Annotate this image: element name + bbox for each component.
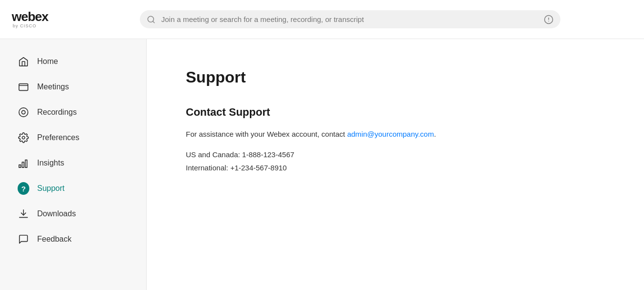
logo: webex by CISCO — [12, 10, 48, 28]
header: webex by CISCO — [0, 0, 644, 39]
app-container: Home Meetings Recordings — [0, 39, 644, 290]
search-icon — [147, 15, 155, 24]
sidebar-item-support[interactable]: ? Support — [4, 176, 142, 201]
downloads-icon — [18, 208, 29, 220]
support-icon-circle: ? — [18, 182, 29, 195]
sidebar-item-downloads[interactable]: Downloads — [4, 201, 142, 227]
sidebar-item-label: Support — [37, 184, 65, 193]
info-icon[interactable] — [544, 15, 554, 24]
contact-email-link[interactable]: admin@yourcompany.com — [347, 130, 434, 138]
phone-intl: International: +1-234-567-8910 — [186, 161, 605, 174]
sidebar-item-insights[interactable]: Insights — [4, 150, 142, 176]
page-title: Support — [186, 68, 605, 86]
search-bar — [140, 10, 560, 28]
sidebar-item-meetings[interactable]: Meetings — [4, 74, 142, 100]
sidebar-item-home[interactable]: Home — [4, 49, 142, 74]
feedback-icon — [18, 233, 29, 245]
search-input[interactable] — [140, 10, 560, 28]
sidebar-item-recordings[interactable]: Recordings — [4, 100, 142, 125]
svg-point-7 — [19, 108, 28, 117]
home-icon — [18, 56, 29, 67]
svg-rect-5 — [19, 84, 28, 91]
support-icon: ? — [18, 183, 29, 194]
phone-info: US and Canada: 1-888-123-4567 Internatio… — [186, 148, 605, 174]
meetings-icon — [18, 81, 29, 93]
sidebar-item-label: Preferences — [37, 133, 79, 142]
svg-point-8 — [22, 110, 25, 114]
sidebar-item-label: Insights — [37, 159, 64, 167]
preferences-icon — [18, 132, 29, 144]
sidebar: Home Meetings Recordings — [0, 39, 147, 290]
sidebar-item-label: Downloads — [37, 209, 76, 218]
sidebar-item-label: Meetings — [37, 83, 69, 91]
svg-line-1 — [153, 21, 154, 22]
contact-description: For assistance with your Webex account, … — [186, 128, 605, 140]
phone-us: US and Canada: 1-888-123-4567 — [186, 148, 605, 161]
sidebar-item-feedback[interactable]: Feedback — [4, 227, 142, 252]
svg-rect-12 — [25, 160, 27, 168]
svg-point-9 — [22, 136, 25, 139]
logo-text: webex — [12, 10, 48, 23]
sidebar-item-label: Recordings — [37, 108, 77, 117]
sidebar-item-label: Home — [37, 57, 58, 66]
sidebar-item-preferences[interactable]: Preferences — [4, 125, 142, 150]
contact-text-prefix: For assistance with your Webex account, … — [186, 130, 347, 138]
logo-subtitle: by CISCO — [13, 23, 37, 28]
contact-text-suffix: . — [434, 130, 436, 138]
recordings-icon — [18, 106, 29, 118]
svg-rect-10 — [19, 165, 21, 168]
svg-rect-11 — [22, 162, 24, 167]
contact-support-heading: Contact Support — [186, 106, 605, 119]
insights-icon — [18, 157, 29, 169]
sidebar-item-label: Feedback — [37, 235, 71, 244]
main-content: Support Contact Support For assistance w… — [147, 39, 644, 290]
